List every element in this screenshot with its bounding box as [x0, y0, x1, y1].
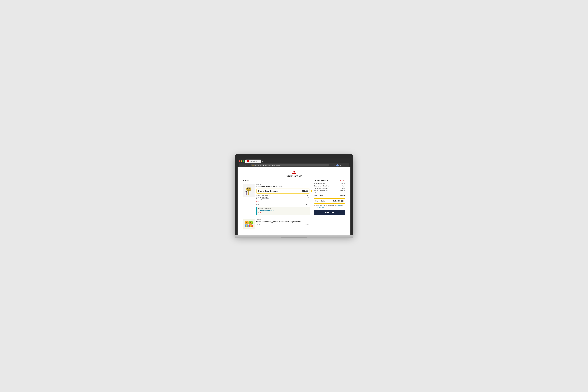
svg-rect-0 [248, 190, 249, 195]
billing-edit-link[interactable]: Edit › [258, 212, 262, 214]
promo-discount-label: Promotional Discount: [314, 188, 328, 189]
extensions-icon[interactable]: ■ [339, 164, 342, 166]
summary-tax-value: $1.88 [342, 192, 345, 194]
right-column: Order Summary Edit Cart › In Stock Subto… [314, 180, 345, 230]
new-tab-button[interactable]: + [262, 160, 263, 163]
browser-nav-bar: ← → ↻ 🔒 qvc.com/checkout/reg/order-revie… [239, 164, 349, 167]
billing-box: Selected Billing Option 1 Payment of $11… [256, 206, 310, 215]
user-avatar[interactable] [336, 164, 339, 166]
edit-cart-link[interactable]: Edit Cart › [339, 180, 345, 181]
download-icon[interactable]: ↓ [342, 164, 345, 166]
summary-line-shipping: Shipping and Handling: $3.50 [314, 185, 345, 187]
terms-text-before: By placing an order, you agree to QVC's [314, 205, 338, 206]
delivery-edit-link[interactable]: Edit › [256, 201, 259, 202]
page-title: Order Review [243, 175, 345, 178]
qvc-logo: Q [292, 170, 296, 174]
url-text: qvc.com/checkout/reg/order-review.html [254, 164, 328, 166]
menu-icon[interactable]: ⋮ [346, 164, 348, 166]
promo-code-input-wrap[interactable]: HOLIDAY20 × [331, 200, 344, 202]
page-content: Q Order Review In Stock [238, 167, 350, 235]
product1-row: A526907 tarte Picture Perfect Eyelash Cu… [243, 184, 310, 215]
active-tab[interactable]: Q Order Review × [246, 160, 261, 163]
billing-option-label: Selected Billing Option [258, 208, 308, 209]
address-bar[interactable]: 🔒 qvc.com/checkout/reg/order-review.html [251, 164, 329, 166]
terms-link[interactable]: terms [338, 205, 341, 206]
summary-line-promo-code: Promo Code Discount: -$20.00 [314, 190, 345, 191]
tab-title: Order Review [250, 160, 258, 162]
billing-edit-chevron: › [261, 212, 262, 214]
browser-title-bar: Q Order Review × + [239, 160, 349, 163]
browser-chrome: Q Order Review × + ← → ↻ 🔒 qvc.com/check… [238, 158, 350, 167]
product2-row: 😊 😊 😊 😊 V37533 Scrub Daddy Set of (3) Mu… [243, 219, 310, 230]
promo-line-item: Promo Code Discount -$7.76 [256, 194, 310, 196]
order-total-value: $30.86 [340, 195, 345, 197]
order-summary-lines: In Stock Subtotal: $48.98 Shipping and H… [314, 183, 345, 197]
place-order-button[interactable]: Place Order [314, 210, 345, 215]
svg-rect-3 [246, 192, 246, 195]
lock-icon: 🔒 [252, 165, 254, 166]
product2-name: Scrub Daddy Set of (3) Multi-Color 4-Pie… [256, 221, 310, 222]
sponge-grid: 😊 😊 😊 😊 [244, 221, 253, 228]
minimize-button[interactable] [241, 160, 242, 162]
delivery-edit-label: Edit [256, 201, 258, 202]
promo-code-discount-label: Promo Code Discount: [314, 190, 328, 191]
browser-tabs: Q Order Review × + [246, 160, 349, 163]
edit-cart-chevron: › [345, 180, 345, 181]
summary-tax-label: Tax: [314, 192, 316, 194]
tab-close-button[interactable]: × [258, 160, 260, 162]
product2-qty-price: Qty: 1 $29.98 [256, 224, 310, 225]
logo-wrap: Q [243, 170, 345, 174]
promo-code-label: Promo Code [316, 200, 330, 202]
sponge-1: 😊 [245, 221, 248, 224]
billing-edit-label: Edit [258, 212, 261, 214]
back-button[interactable]: ← [240, 164, 243, 166]
forward-button[interactable]: → [244, 164, 246, 166]
sponge-2: 😊 [249, 221, 252, 224]
delivery-label: Standard Delivery [256, 197, 269, 198]
subtotal-label: In Stock Subtotal: [314, 183, 325, 184]
promo-code-value: HOLIDAY20 [331, 200, 341, 202]
laptop-screen: Q Order Review × + ← → ↻ 🔒 qvc.com/check… [238, 158, 350, 235]
promo-highlight-box: Promo Code Discount: -$20.00 [256, 188, 310, 194]
tax-label: Tax: [256, 204, 259, 206]
privacy-link[interactable]: Privacy Statement [314, 206, 324, 208]
tab-favicon: Q [247, 160, 249, 162]
summary-line-promo-discount: Promotional Discount: -$3.50 [314, 188, 345, 189]
in-stock-label: In Stock [243, 180, 310, 182]
promo-line-value: -$7.76 [306, 194, 310, 196]
camera [294, 156, 294, 158]
promo-discount-value: -$3.50 [341, 188, 345, 189]
product2-section: 😊 😊 😊 😊 V37533 Scrub Daddy Set of (3) Mu… [243, 217, 310, 230]
billing-option-value: 1 Payment of $11.97 [258, 210, 308, 212]
product1-details: A526907 tarte Picture Perfect Eyelash Cu… [256, 184, 310, 215]
svg-rect-2 [247, 190, 250, 190]
maximize-button[interactable] [243, 160, 244, 162]
promo-highlight-value: -$20.00 [302, 190, 308, 192]
terms-text-middle: and [341, 205, 343, 206]
tax-row: Tax: $0.73 [256, 203, 310, 206]
promo-clear-button[interactable]: × [341, 200, 343, 202]
product2-id: V37533 [256, 219, 310, 220]
sponge-4: 😊 [249, 224, 252, 227]
close-button[interactable] [239, 160, 240, 162]
promo-line-label: Promo Code Discount [256, 194, 270, 196]
product2-qty: Qty: 1 [256, 224, 260, 225]
product1-id: A526907 [256, 184, 310, 186]
product1-name: tarte Picture Perfect Eyelash Curler [256, 186, 310, 188]
laptop-shell: Q Order Review × + ← → ↻ 🔒 qvc.com/check… [235, 154, 353, 238]
delivery-line-item: Standard Delivery Arrives by 12/09/2023*… [256, 197, 310, 200]
sponge-3: 😊 [245, 224, 248, 227]
promo-code-discount-value: -$20.00 [340, 190, 345, 191]
order-total-label: Order Total: [314, 195, 323, 197]
browser-nav-icons: □ ☆ ■ ↓ ⋮ [330, 164, 348, 166]
product2-image: 😊 😊 😊 😊 [243, 219, 254, 230]
edit-cart-label: Edit Cart [339, 180, 344, 181]
reload-button[interactable]: ↻ [247, 164, 250, 166]
terms-text-after: . [324, 206, 325, 208]
share-icon[interactable]: □ [330, 164, 333, 166]
delivery-date: Arrives by 12/09/2023* [256, 198, 269, 200]
screen-bezel: Q Order Review × + ← → ↻ 🔒 qvc.com/check… [235, 154, 353, 235]
bookmark-icon[interactable]: ☆ [333, 164, 336, 166]
product1-image [243, 184, 254, 197]
delivery-edit-chevron: › [259, 201, 259, 202]
